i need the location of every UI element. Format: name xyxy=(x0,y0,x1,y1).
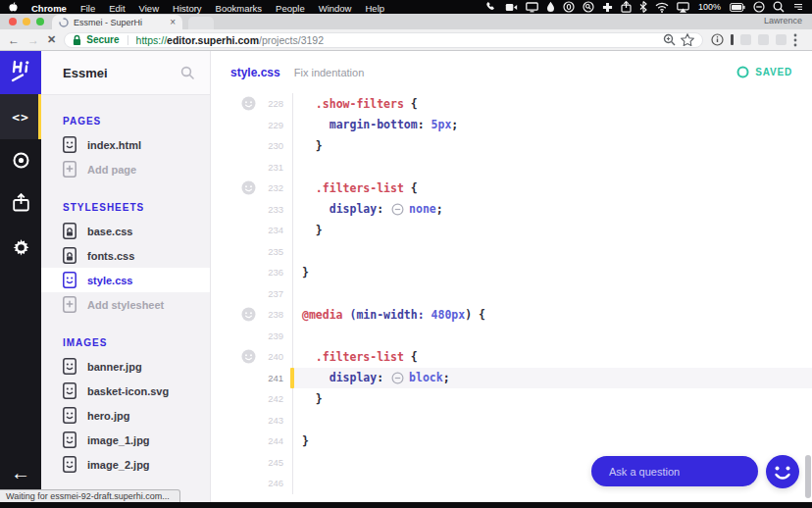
zoom-page-icon[interactable] xyxy=(663,33,676,46)
extension-disabled-icon[interactable] xyxy=(758,34,769,45)
file-item-banner-jpg[interactable]: banner.jpg xyxy=(41,354,210,379)
code-line-243[interactable]: 243 xyxy=(211,410,812,432)
ask-question-button[interactable]: Ask a question xyxy=(591,456,758,486)
menu-view[interactable]: View xyxy=(132,3,166,14)
extension-info-icon[interactable] xyxy=(711,33,724,46)
zoom-window-button[interactable] xyxy=(36,18,44,25)
extension-disabled-icon[interactable] xyxy=(776,34,787,45)
scrollbar-thumb[interactable] xyxy=(805,455,811,498)
bookmark-star-icon[interactable] xyxy=(681,33,694,46)
code-line-231[interactable]: 231 xyxy=(211,157,812,178)
code-text: @media (min-width: 480px) { xyxy=(292,304,812,326)
code-line-240[interactable]: 240 .filters-list { xyxy=(211,346,812,368)
menu-file[interactable]: File xyxy=(74,3,102,14)
circle-zero-icon[interactable] xyxy=(563,1,575,13)
file-item-image-2-jpg[interactable]: image_2.jpg xyxy=(41,452,210,477)
menu-window[interactable]: Window xyxy=(312,3,359,14)
comment-bubble-icon[interactable] xyxy=(238,180,258,195)
file-item-hero-jpg[interactable]: hero.jpg xyxy=(41,403,210,428)
search-icon[interactable] xyxy=(180,66,194,79)
display-icon[interactable] xyxy=(526,2,538,13)
display-toggle-icon[interactable] xyxy=(391,372,404,384)
code-text: .show-filters { xyxy=(292,93,812,115)
code-line-229[interactable]: 229 margin-bottom: 5px; xyxy=(211,115,812,136)
menu-chrome[interactable]: Chrome xyxy=(25,3,74,14)
file-item-add-page[interactable]: Add page xyxy=(41,157,210,181)
file-item-add-stylesheet[interactable]: Add stylesheet xyxy=(41,292,210,317)
file-item-image-1-jpg[interactable]: image_1.jpg xyxy=(41,428,210,452)
share-up-icon[interactable] xyxy=(621,1,632,13)
code-line-235[interactable]: 235 xyxy=(211,241,812,263)
files-section: STYLESHEETSbase.cssfonts.cssstyle.cssAdd… xyxy=(41,197,210,317)
puzzle-plus-icon[interactable] xyxy=(602,2,613,13)
file-item-basket-icon-svg[interactable]: basket-icon.svg xyxy=(41,379,210,403)
rail-item-share[interactable] xyxy=(0,188,41,216)
wifi-icon[interactable] xyxy=(655,2,669,13)
code-line-238[interactable]: 238@media (min-width: 480px) { xyxy=(211,304,812,326)
airplay-icon[interactable] xyxy=(677,2,689,13)
code-area[interactable]: 228 .show-filters {229 margin-bottom: 5p… xyxy=(211,93,812,494)
battery-icon[interactable] xyxy=(730,3,745,12)
code-line-232[interactable]: 232 .filters-list { xyxy=(211,178,812,199)
code-line-236[interactable]: 236} xyxy=(211,262,812,283)
address-bar[interactable]: Secure https://editor.superhi.com/projec… xyxy=(64,32,703,48)
section-title: IMAGES xyxy=(41,332,210,354)
tab-close-icon[interactable]: × xyxy=(170,18,176,27)
code-line-241[interactable]: 241 display: block; xyxy=(211,368,812,389)
menu-people[interactable]: People xyxy=(269,3,312,14)
file-item-base-css[interactable]: base.css xyxy=(41,219,210,243)
close-window-button[interactable] xyxy=(9,18,17,25)
chrome-profile-name[interactable]: Lawrence xyxy=(764,16,802,25)
back-button[interactable]: ← xyxy=(8,34,20,46)
forward-button[interactable]: → xyxy=(27,34,39,46)
rail-item-settings[interactable] xyxy=(0,233,41,261)
tab-title: Essmei - SuperHi xyxy=(74,18,165,27)
code-line-242[interactable]: 242 } xyxy=(211,388,812,410)
rail-item-preview[interactable] xyxy=(0,146,41,174)
stop-loading-button[interactable]: ✕ xyxy=(47,34,56,45)
code-line-237[interactable]: 237 xyxy=(211,283,812,305)
display-toggle-icon[interactable] xyxy=(391,203,404,216)
droplet-icon[interactable] xyxy=(546,1,555,13)
notification-center-icon[interactable] xyxy=(792,1,804,13)
code-line-233[interactable]: 233 display: none; xyxy=(211,199,812,221)
file-item-index-html[interactable]: index.html xyxy=(41,132,210,157)
spotlight-icon[interactable] xyxy=(773,1,785,13)
superhi-logo[interactable] xyxy=(0,51,41,94)
fix-indentation-button[interactable]: Fix indentation xyxy=(294,67,365,78)
call-icon[interactable] xyxy=(485,1,497,13)
file-item-style-css[interactable]: style.css xyxy=(41,268,210,292)
chrome-menu-icon[interactable] xyxy=(793,33,797,47)
browser-tab[interactable]: Essmei - SuperHi × xyxy=(52,15,182,29)
menu-history[interactable]: History xyxy=(166,3,209,14)
menu-edit[interactable]: Edit xyxy=(102,3,131,14)
minimize-window-button[interactable] xyxy=(23,18,30,25)
file-item-fonts-css[interactable]: fonts.css xyxy=(41,243,210,268)
code-line-228[interactable]: 228 .show-filters { xyxy=(211,93,812,115)
video-icon[interactable] xyxy=(505,2,518,13)
extension-bar-icon[interactable] xyxy=(731,34,734,45)
secure-label: Secure xyxy=(86,34,119,45)
code-line-244[interactable]: 244} xyxy=(211,431,812,452)
rail-item-code-editor[interactable]: <> xyxy=(0,94,41,139)
back-arrow-button[interactable]: ← xyxy=(0,462,41,484)
section-title: STYLESHEETS xyxy=(41,197,210,219)
dnd-icon[interactable] xyxy=(753,1,765,13)
new-tab-button[interactable] xyxy=(188,17,214,29)
smiley-file-icon xyxy=(63,272,76,288)
code-line-239[interactable]: 239 xyxy=(211,326,812,347)
code-text: } xyxy=(292,135,812,157)
bluetooth-icon[interactable] xyxy=(639,1,647,13)
circle-search-icon[interactable] xyxy=(583,1,594,13)
menu-bookmarks[interactable]: Bookmarks xyxy=(209,3,270,14)
chat-smiley-button[interactable] xyxy=(766,455,799,488)
extension-disabled-icon[interactable] xyxy=(740,34,751,45)
apple-icon[interactable] xyxy=(8,1,19,13)
smiley-file-icon xyxy=(63,456,76,473)
comment-bubble-icon[interactable] xyxy=(238,349,258,364)
code-line-234[interactable]: 234 } xyxy=(211,220,812,241)
menu-help[interactable]: Help xyxy=(358,3,391,14)
comment-bubble-icon[interactable] xyxy=(238,96,258,111)
comment-bubble-icon[interactable] xyxy=(238,307,258,322)
code-line-230[interactable]: 230 } xyxy=(211,135,812,157)
